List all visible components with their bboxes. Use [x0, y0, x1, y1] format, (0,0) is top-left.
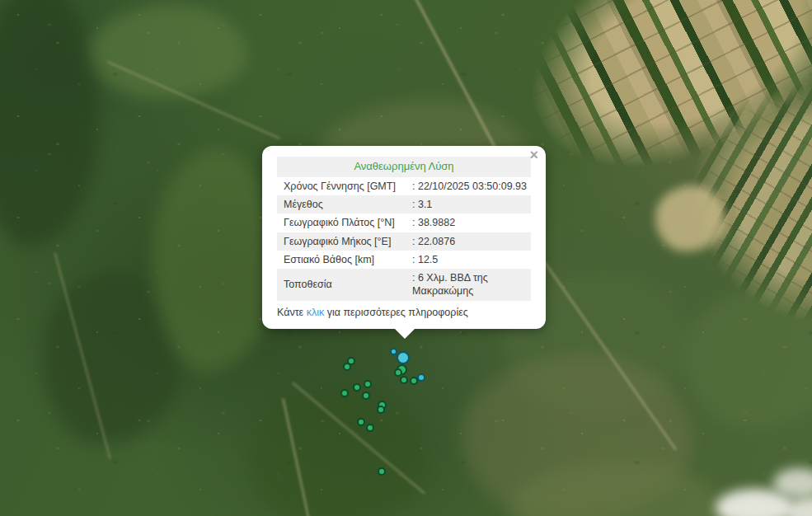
popup-title: Αναθεωρημένη Λύση	[277, 157, 531, 177]
earthquake-marker[interactable]	[397, 351, 410, 364]
row-value: : 22.0876	[412, 235, 524, 248]
row-value: : 22/10/2025 03:50:09.93	[412, 180, 527, 193]
earthquake-marker[interactable]	[390, 348, 397, 355]
earthquake-marker[interactable]	[357, 418, 365, 426]
earthquake-marker[interactable]	[366, 424, 374, 432]
popup-pointer	[395, 329, 415, 339]
row-label: Τοποθεσία	[284, 278, 412, 291]
earthquake-marker[interactable]	[343, 363, 351, 371]
row-label: Μέγεθος	[284, 198, 412, 211]
row-value: : 38.9882	[412, 216, 524, 229]
popup-table-row: Τοποθεσία : 6 Χλμ. ΒΒΔ της Μακρακώμης	[277, 269, 531, 301]
more-info-link[interactable]: κλικ	[307, 307, 325, 318]
earthquake-marker[interactable]	[362, 392, 370, 400]
popup-table-row: Χρόνος Γέννησης [GMT] : 22/10/2025 03:50…	[277, 177, 531, 195]
footer-text-prefix: Κάντε	[277, 307, 307, 318]
earthquake-marker[interactable]	[353, 383, 361, 392]
row-label: Γεωγραφικό Μήκος [°E]	[284, 235, 412, 248]
earthquake-marker[interactable]	[377, 406, 385, 414]
popup-footer: Κάντε κλικ για περισσότερες πληροφορίες	[277, 307, 531, 318]
earthquake-popup: × Αναθεωρημένη Λύση Χρόνος Γέννησης [GMT…	[262, 146, 546, 329]
satellite-map[interactable]: × Αναθεωρημένη Λύση Χρόνος Γέννησης [GMT…	[0, 0, 812, 516]
earthquake-marker[interactable]	[400, 376, 408, 384]
footer-text-suffix: για περισσότερες πληροφορίες	[324, 307, 468, 318]
popup-table-row: Μέγεθος : 3.1	[277, 195, 531, 213]
row-value: : 3.1	[412, 198, 524, 211]
popup-table-row: Γεωγραφικό Μήκος [°E] : 22.0876	[277, 232, 531, 251]
popup-close-button[interactable]: ×	[529, 148, 538, 162]
popup-table-row: Εστιακό Βάθος [km] : 12.5	[277, 251, 531, 269]
earthquake-marker[interactable]	[364, 380, 372, 388]
row-label: Γεωγραφικό Πλάτος [°N]	[284, 216, 412, 229]
earthquake-marker[interactable]	[340, 389, 349, 397]
row-value: : 12.5	[412, 253, 524, 266]
row-label: Χρόνος Γέννησης [GMT]	[284, 180, 412, 193]
popup-table-row: Γεωγραφικό Πλάτος [°N] : 38.9882	[277, 213, 531, 232]
row-value: : 6 Χλμ. ΒΒΔ της Μακρακώμης	[412, 271, 524, 298]
row-label: Εστιακό Βάθος [km]	[284, 253, 412, 266]
earthquake-marker[interactable]	[378, 467, 386, 476]
popup-table: Αναθεωρημένη Λύση Χρόνος Γέννησης [GMT] …	[277, 157, 531, 301]
earthquake-marker[interactable]	[394, 368, 402, 377]
earthquake-marker[interactable]	[417, 373, 425, 382]
